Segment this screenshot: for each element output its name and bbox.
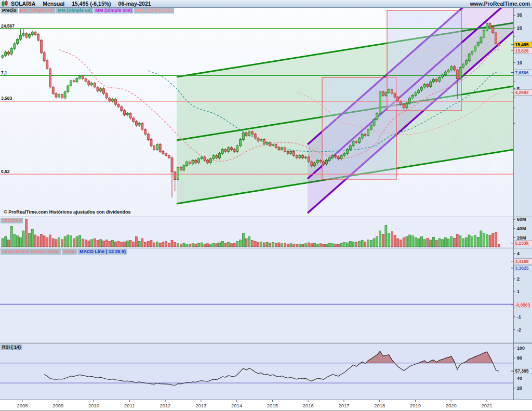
- rsi-panel-bg: [0, 344, 513, 400]
- svg-text:-2: -2: [517, 327, 521, 333]
- svg-text:20M: 20M: [517, 235, 526, 241]
- indicator-legend-chip[interactable]: MM (Simple 100): [134, 8, 174, 14]
- svg-text:60M: 60M: [517, 217, 526, 222]
- svg-text:20: 20: [517, 386, 522, 391]
- volume-legend: Volumen: [1, 218, 23, 223]
- svg-text:1: 1: [517, 289, 520, 294]
- svg-text:35: 35: [517, 12, 522, 18]
- indicator-legend-chip[interactable]: MM (Simple 200): [94, 8, 134, 14]
- svg-text:24,567: 24,567: [1, 23, 15, 29]
- svg-text:100: 100: [517, 346, 525, 351]
- prorealtime-watermark: www.ProRealTime.com: [470, 1, 530, 7]
- indicator-legend-chip[interactable]: Línea MACD menos Señal: [1, 249, 61, 255]
- svg-text:57,305: 57,305: [515, 368, 529, 374]
- symbol-name: SOLARIA: [11, 1, 35, 7]
- indicator-legend-chip[interactable]: MACD Line ( 12 26 9): [78, 249, 127, 255]
- svg-text:13,626: 13,626: [515, 48, 529, 54]
- svg-text:3,583: 3,583: [1, 96, 12, 101]
- svg-text:2010: 2010: [88, 403, 99, 408]
- svg-text:2016: 2016: [303, 403, 314, 408]
- macd-panel-bg: [0, 248, 513, 342]
- candlestick-symbol-icon: [2, 1, 8, 7]
- chart-header-bar: SOLARIA Mensual 15,495 (-6,15%) 06-may-2…: [0, 0, 532, 8]
- chart-canvas[interactable]: 24,5677,13,5830,52352510560M40M20M4321-1…: [0, 0, 532, 411]
- svg-text:3,4189: 3,4189: [515, 259, 529, 264]
- copyright-note: © ProRealTime.com Históricos ajustados c…: [4, 209, 131, 215]
- prorealtime-window: SOLARIA Mensual 15,495 (-6,15%) 06-may-2…: [0, 0, 532, 411]
- svg-text:3,3625: 3,3625: [515, 266, 529, 271]
- svg-text:2020: 2020: [446, 403, 457, 408]
- svg-text:4,2692: 4,2692: [515, 90, 529, 95]
- svg-text:-1: -1: [517, 314, 521, 320]
- svg-text:15,495: 15,495: [515, 42, 529, 47]
- svg-text:5,133k: 5,133k: [515, 241, 529, 246]
- price-indicator-legend: PrecioMM (Simple 20)MM (Simple 50)MM (Si…: [1, 8, 175, 14]
- indicator-legend-chip[interactable]: Señal: [62, 249, 77, 255]
- svg-text:2017: 2017: [338, 403, 349, 408]
- svg-text:2008: 2008: [17, 403, 28, 408]
- svg-text:2014: 2014: [231, 403, 242, 408]
- timeframe-label[interactable]: Mensual: [43, 1, 64, 7]
- svg-text:25: 25: [517, 25, 522, 31]
- session-date-label: 06-may-2021: [118, 1, 151, 7]
- svg-text:80: 80: [517, 355, 522, 361]
- svg-text:2011: 2011: [124, 403, 135, 408]
- svg-text:2015: 2015: [267, 403, 278, 408]
- svg-text:2018: 2018: [374, 403, 385, 408]
- svg-text:2019: 2019: [410, 403, 421, 408]
- right-axis-gutter: [513, 7, 532, 400]
- indicator-legend-chip[interactable]: MM (Simple 50): [56, 8, 94, 14]
- svg-text:4: 4: [517, 251, 520, 256]
- svg-text:2009: 2009: [52, 403, 63, 408]
- svg-text:2021: 2021: [481, 403, 492, 408]
- svg-text:7,1: 7,1: [1, 70, 7, 75]
- svg-text:-0,0563: -0,0563: [515, 302, 530, 308]
- svg-text:40M: 40M: [517, 226, 526, 231]
- svg-text:2012: 2012: [160, 403, 171, 408]
- indicator-legend-chip[interactable]: Precio: [1, 8, 18, 14]
- svg-text:2013: 2013: [195, 403, 206, 408]
- indicator-legend-chip[interactable]: MM (Simple 20): [19, 8, 56, 14]
- macd-indicator-legend: Línea MACD menos SeñalSeñalMACD Line ( 1…: [1, 249, 128, 255]
- zoom-box[interactable]: [387, 10, 461, 111]
- svg-text:10: 10: [517, 60, 522, 65]
- svg-text:2: 2: [517, 276, 520, 282]
- last-quote-label: 15,495 (-6,15%): [72, 1, 111, 7]
- rsi-legend-chip[interactable]: RSI ( 14): [1, 344, 22, 350]
- svg-text:0,52: 0,52: [1, 169, 10, 174]
- svg-text:7,6806: 7,6806: [515, 70, 529, 75]
- svg-text:40: 40: [517, 376, 522, 381]
- rsi-legend: RSI ( 14): [1, 344, 23, 350]
- volume-legend-chip[interactable]: Volumen: [1, 218, 23, 223]
